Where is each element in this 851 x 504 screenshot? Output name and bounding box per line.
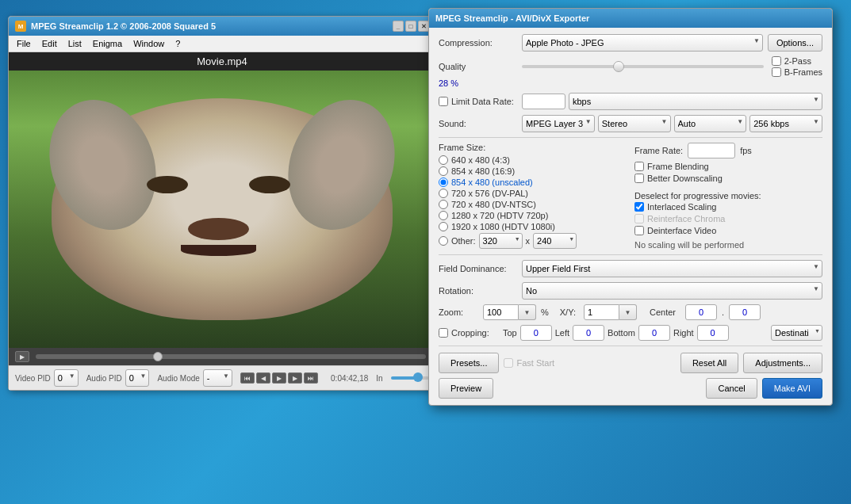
frame-1280-item: 1280 x 720 (HDTV 720p) — [439, 211, 627, 220]
better-downscaling-checkbox[interactable] — [634, 174, 644, 183]
interlaced-scaling-checkbox[interactable] — [634, 202, 644, 212]
frame-720-480-label: 720 x 480 (DV-NTSC) — [451, 200, 536, 209]
frame-720-480-radio[interactable] — [439, 200, 448, 209]
left-input[interactable] — [573, 325, 604, 341]
menu-help[interactable]: ? — [171, 37, 185, 50]
minimize-button[interactable]: _ — [393, 21, 404, 32]
right-input[interactable] — [697, 325, 729, 341]
exporter-title: MPEG Streamclip - AVI/DivX Exporter — [435, 13, 589, 23]
other-row: Other: 320 640 x 240 480 — [439, 233, 627, 249]
audio-mode-select-wrap: - — [203, 369, 232, 387]
interlaced-scaling-label[interactable]: Interlaced Scaling — [634, 202, 822, 212]
frame-rate-label: Frame Rate: — [634, 146, 683, 155]
audio-pid-select[interactable]: 0 — [125, 369, 150, 387]
other-h-select[interactable]: 240 480 — [533, 233, 577, 249]
close-button[interactable]: ✕ — [418, 21, 429, 32]
xy-label: X/Y: — [560, 307, 576, 317]
other-w-select[interactable]: 320 640 — [479, 233, 523, 249]
audio-mode-select[interactable]: - — [203, 369, 232, 387]
data-rate-input[interactable] — [522, 94, 565, 109]
field-dominance-select[interactable]: Upper Field First Lower Field First Prog… — [522, 260, 822, 277]
frame-1280-radio[interactable] — [439, 211, 448, 220]
skip-fwd-btn[interactable]: ⏭ — [304, 372, 318, 384]
preview-button[interactable]: Preview — [439, 378, 493, 399]
kbps-select[interactable]: kbps — [569, 93, 822, 110]
other-radio[interactable] — [439, 236, 448, 246]
maximize-button[interactable]: □ — [405, 21, 416, 32]
codec-select[interactable]: MPEG Layer 3 AAC — [522, 115, 595, 132]
bottom-input[interactable] — [638, 325, 670, 341]
menu-list[interactable]: List — [63, 37, 86, 50]
fast-start-checkbox[interactable] — [504, 358, 513, 368]
audio-pid-select-wrap: 0 — [125, 369, 150, 387]
limit-data-rate-checkbox[interactable] — [439, 97, 448, 106]
left-label: Left — [555, 328, 569, 338]
center-y-input[interactable] — [729, 304, 761, 320]
make-avi-button[interactable]: Make AVI — [762, 378, 822, 399]
bframes-checkbox[interactable] — [772, 67, 781, 77]
xy-dropdown-btn[interactable]: ▼ — [619, 304, 637, 320]
play-button[interactable]: ▶ — [15, 351, 29, 362]
skip-back-btn[interactable]: ⏮ — [240, 372, 255, 384]
destination-select[interactable]: Destinati — [771, 325, 822, 341]
cropping-checkbox-label[interactable]: Cropping: — [439, 328, 498, 338]
frame-1920-radio[interactable] — [439, 222, 448, 231]
limit-data-rate-row: Limit Data Rate: kbps — [439, 93, 822, 110]
center-x-input[interactable] — [685, 304, 717, 320]
bottom-buttons-row2: Preview Cancel Make AVI — [439, 378, 822, 399]
zoom-dropdown-btn[interactable]: ▼ — [519, 304, 536, 320]
menu-window[interactable]: Window — [128, 37, 169, 50]
menu-edit[interactable]: Edit — [37, 37, 62, 50]
adjustments-button[interactable]: Adjustments... — [743, 353, 822, 373]
two-pass-checkbox[interactable] — [772, 56, 781, 66]
menu-enigma[interactable]: Enigma — [88, 37, 127, 50]
frame-blending-label[interactable]: Frame Blending — [634, 162, 822, 171]
samplerate-select[interactable]: Auto 44100 — [674, 115, 747, 132]
options-button[interactable]: Options... — [768, 34, 822, 52]
frame-right-checkboxes: Frame Blending Better Downscaling — [634, 162, 822, 183]
zoom-value-input[interactable] — [483, 304, 519, 320]
frame-854-169-radio[interactable] — [439, 166, 448, 176]
limit-data-rate-label[interactable]: Limit Data Rate: — [439, 97, 522, 106]
step-fwd-btn[interactable]: ▶ — [288, 372, 302, 384]
cancel-button[interactable]: Cancel — [706, 378, 757, 399]
video-frame — [52, 98, 393, 320]
video-pid-select[interactable]: 0 — [54, 369, 79, 387]
play-main-btn[interactable]: ▶ — [272, 372, 286, 384]
frame-640-item: 640 x 480 (4:3) — [439, 155, 627, 165]
video-pid-label: Video PID — [15, 374, 51, 383]
destination-select-wrap: Destinati — [771, 325, 822, 341]
dot-separator: . — [722, 307, 724, 317]
compression-select[interactable]: Apple Photo - JPEG DivX Xvid — [522, 34, 763, 52]
top-input[interactable] — [520, 325, 552, 341]
frame-854-unscaled-item: 854 x 480 (unscaled) — [439, 178, 627, 187]
two-pass-label[interactable]: 2-Pass — [772, 56, 822, 66]
compression-row: Compression: Apple Photo - JPEG DivX Xvi… — [439, 34, 822, 52]
quality-slider-track[interactable] — [522, 61, 764, 72]
fast-start-label[interactable]: Fast Start — [504, 358, 554, 368]
channels-select[interactable]: Stereo Mono — [598, 115, 671, 132]
deinterface-video-checkbox[interactable] — [634, 226, 644, 235]
cropping-checkbox[interactable] — [439, 328, 448, 338]
zoom-row: Zoom: ▼ % X/Y: ▼ Center . — [439, 304, 822, 320]
fps-input[interactable] — [688, 143, 735, 158]
cropping-label: Cropping: — [451, 328, 489, 338]
bitrate-select[interactable]: 256 kbps 128 kbps — [749, 115, 822, 132]
reset-all-button[interactable]: Reset All — [680, 353, 738, 373]
playhead-bar[interactable] — [36, 354, 426, 359]
frame-720-576-radio[interactable] — [439, 189, 448, 198]
frame-1920-label: 1920 x 1080 (HDTV 1080i) — [451, 222, 555, 231]
audio-slider[interactable] — [391, 376, 429, 380]
better-downscaling-label[interactable]: Better Downscaling — [634, 174, 822, 183]
deinterface-video-label[interactable]: Deinterface Video — [634, 226, 822, 235]
presets-button[interactable]: Presets... — [439, 353, 499, 373]
bframes-label[interactable]: B-Frames — [772, 67, 822, 77]
frame-854-unscaled-radio[interactable] — [439, 178, 448, 187]
rotation-select[interactable]: No 90° CW 90° CCW 180° — [522, 282, 822, 300]
xy-value-input[interactable] — [584, 304, 619, 320]
step-back-btn[interactable]: ◀ — [256, 372, 270, 384]
cropping-row: Cropping: Top Left Bottom Right Destinat… — [439, 325, 822, 341]
frame-640-radio[interactable] — [439, 155, 448, 165]
menu-file[interactable]: File — [12, 37, 36, 50]
frame-blending-checkbox[interactable] — [634, 162, 644, 171]
